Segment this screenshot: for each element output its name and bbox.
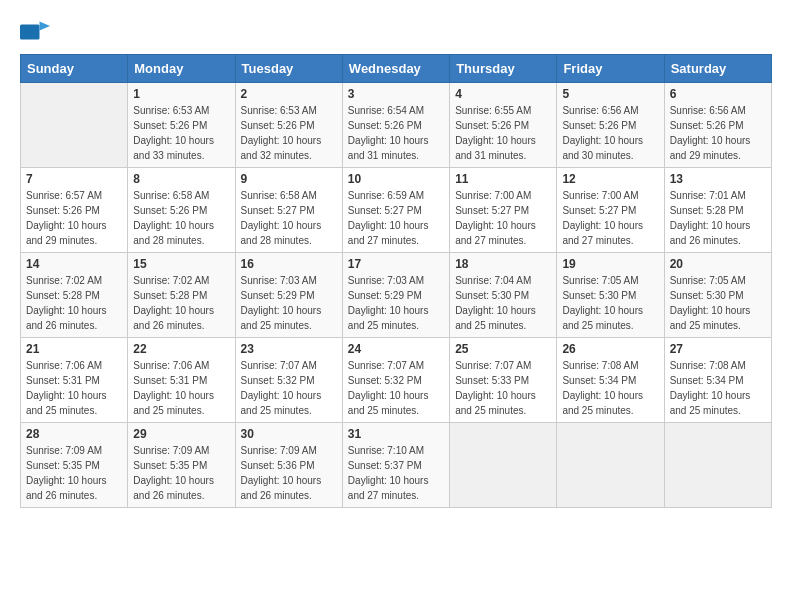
calendar-table: SundayMondayTuesdayWednesdayThursdayFrid… [20, 54, 772, 508]
calendar-cell: 22Sunrise: 7:06 AM Sunset: 5:31 PM Dayli… [128, 338, 235, 423]
calendar-cell: 13Sunrise: 7:01 AM Sunset: 5:28 PM Dayli… [664, 168, 771, 253]
calendar-cell: 16Sunrise: 7:03 AM Sunset: 5:29 PM Dayli… [235, 253, 342, 338]
day-info: Sunrise: 6:59 AM Sunset: 5:27 PM Dayligh… [348, 188, 444, 248]
calendar-cell: 31Sunrise: 7:10 AM Sunset: 5:37 PM Dayli… [342, 423, 449, 508]
day-number: 17 [348, 257, 444, 271]
calendar-cell: 5Sunrise: 6:56 AM Sunset: 5:26 PM Daylig… [557, 83, 664, 168]
logo [20, 20, 54, 44]
calendar-cell: 18Sunrise: 7:04 AM Sunset: 5:30 PM Dayli… [450, 253, 557, 338]
calendar-cell: 19Sunrise: 7:05 AM Sunset: 5:30 PM Dayli… [557, 253, 664, 338]
calendar-cell: 27Sunrise: 7:08 AM Sunset: 5:34 PM Dayli… [664, 338, 771, 423]
day-number: 22 [133, 342, 229, 356]
calendar-cell: 26Sunrise: 7:08 AM Sunset: 5:34 PM Dayli… [557, 338, 664, 423]
day-info: Sunrise: 7:00 AM Sunset: 5:27 PM Dayligh… [455, 188, 551, 248]
day-number: 2 [241, 87, 337, 101]
day-number: 23 [241, 342, 337, 356]
weekday-header-monday: Monday [128, 55, 235, 83]
calendar-cell: 30Sunrise: 7:09 AM Sunset: 5:36 PM Dayli… [235, 423, 342, 508]
day-info: Sunrise: 7:02 AM Sunset: 5:28 PM Dayligh… [26, 273, 122, 333]
day-info: Sunrise: 6:56 AM Sunset: 5:26 PM Dayligh… [670, 103, 766, 163]
calendar-cell: 9Sunrise: 6:58 AM Sunset: 5:27 PM Daylig… [235, 168, 342, 253]
calendar-week-row: 1Sunrise: 6:53 AM Sunset: 5:26 PM Daylig… [21, 83, 772, 168]
svg-rect-0 [20, 25, 40, 40]
day-number: 24 [348, 342, 444, 356]
calendar-cell: 3Sunrise: 6:54 AM Sunset: 5:26 PM Daylig… [342, 83, 449, 168]
day-number: 12 [562, 172, 658, 186]
calendar-cell: 25Sunrise: 7:07 AM Sunset: 5:33 PM Dayli… [450, 338, 557, 423]
weekday-header-saturday: Saturday [664, 55, 771, 83]
day-number: 31 [348, 427, 444, 441]
calendar-cell: 11Sunrise: 7:00 AM Sunset: 5:27 PM Dayli… [450, 168, 557, 253]
day-number: 11 [455, 172, 551, 186]
day-number: 6 [670, 87, 766, 101]
calendar-week-row: 14Sunrise: 7:02 AM Sunset: 5:28 PM Dayli… [21, 253, 772, 338]
calendar-week-row: 28Sunrise: 7:09 AM Sunset: 5:35 PM Dayli… [21, 423, 772, 508]
day-info: Sunrise: 7:04 AM Sunset: 5:30 PM Dayligh… [455, 273, 551, 333]
calendar-cell: 4Sunrise: 6:55 AM Sunset: 5:26 PM Daylig… [450, 83, 557, 168]
svg-marker-1 [40, 22, 51, 31]
calendar-cell: 24Sunrise: 7:07 AM Sunset: 5:32 PM Dayli… [342, 338, 449, 423]
calendar-cell: 2Sunrise: 6:53 AM Sunset: 5:26 PM Daylig… [235, 83, 342, 168]
calendar-cell: 23Sunrise: 7:07 AM Sunset: 5:32 PM Dayli… [235, 338, 342, 423]
day-number: 1 [133, 87, 229, 101]
calendar-cell [664, 423, 771, 508]
day-info: Sunrise: 7:09 AM Sunset: 5:35 PM Dayligh… [26, 443, 122, 503]
day-info: Sunrise: 7:01 AM Sunset: 5:28 PM Dayligh… [670, 188, 766, 248]
day-info: Sunrise: 7:05 AM Sunset: 5:30 PM Dayligh… [670, 273, 766, 333]
day-info: Sunrise: 6:58 AM Sunset: 5:27 PM Dayligh… [241, 188, 337, 248]
weekday-header-tuesday: Tuesday [235, 55, 342, 83]
day-info: Sunrise: 7:03 AM Sunset: 5:29 PM Dayligh… [241, 273, 337, 333]
calendar-week-row: 7Sunrise: 6:57 AM Sunset: 5:26 PM Daylig… [21, 168, 772, 253]
page-header [20, 20, 772, 44]
day-number: 4 [455, 87, 551, 101]
calendar-cell: 28Sunrise: 7:09 AM Sunset: 5:35 PM Dayli… [21, 423, 128, 508]
day-info: Sunrise: 7:09 AM Sunset: 5:35 PM Dayligh… [133, 443, 229, 503]
calendar-cell: 1Sunrise: 6:53 AM Sunset: 5:26 PM Daylig… [128, 83, 235, 168]
day-number: 10 [348, 172, 444, 186]
day-number: 28 [26, 427, 122, 441]
day-number: 16 [241, 257, 337, 271]
weekday-header-friday: Friday [557, 55, 664, 83]
day-info: Sunrise: 7:08 AM Sunset: 5:34 PM Dayligh… [670, 358, 766, 418]
weekday-header-wednesday: Wednesday [342, 55, 449, 83]
day-number: 13 [670, 172, 766, 186]
day-number: 5 [562, 87, 658, 101]
calendar-week-row: 21Sunrise: 7:06 AM Sunset: 5:31 PM Dayli… [21, 338, 772, 423]
calendar-cell: 8Sunrise: 6:58 AM Sunset: 5:26 PM Daylig… [128, 168, 235, 253]
calendar-cell: 20Sunrise: 7:05 AM Sunset: 5:30 PM Dayli… [664, 253, 771, 338]
day-info: Sunrise: 6:57 AM Sunset: 5:26 PM Dayligh… [26, 188, 122, 248]
day-info: Sunrise: 7:07 AM Sunset: 5:33 PM Dayligh… [455, 358, 551, 418]
day-info: Sunrise: 6:53 AM Sunset: 5:26 PM Dayligh… [241, 103, 337, 163]
day-number: 20 [670, 257, 766, 271]
day-info: Sunrise: 6:56 AM Sunset: 5:26 PM Dayligh… [562, 103, 658, 163]
day-number: 30 [241, 427, 337, 441]
calendar-cell: 6Sunrise: 6:56 AM Sunset: 5:26 PM Daylig… [664, 83, 771, 168]
day-info: Sunrise: 7:02 AM Sunset: 5:28 PM Dayligh… [133, 273, 229, 333]
calendar-cell: 7Sunrise: 6:57 AM Sunset: 5:26 PM Daylig… [21, 168, 128, 253]
day-info: Sunrise: 6:53 AM Sunset: 5:26 PM Dayligh… [133, 103, 229, 163]
day-number: 27 [670, 342, 766, 356]
day-info: Sunrise: 7:06 AM Sunset: 5:31 PM Dayligh… [133, 358, 229, 418]
calendar-cell: 21Sunrise: 7:06 AM Sunset: 5:31 PM Dayli… [21, 338, 128, 423]
calendar-cell: 14Sunrise: 7:02 AM Sunset: 5:28 PM Dayli… [21, 253, 128, 338]
day-number: 21 [26, 342, 122, 356]
calendar-cell: 10Sunrise: 6:59 AM Sunset: 5:27 PM Dayli… [342, 168, 449, 253]
day-info: Sunrise: 6:55 AM Sunset: 5:26 PM Dayligh… [455, 103, 551, 163]
day-info: Sunrise: 7:07 AM Sunset: 5:32 PM Dayligh… [348, 358, 444, 418]
calendar-cell [557, 423, 664, 508]
day-info: Sunrise: 7:03 AM Sunset: 5:29 PM Dayligh… [348, 273, 444, 333]
day-info: Sunrise: 6:58 AM Sunset: 5:26 PM Dayligh… [133, 188, 229, 248]
day-info: Sunrise: 7:07 AM Sunset: 5:32 PM Dayligh… [241, 358, 337, 418]
day-number: 15 [133, 257, 229, 271]
calendar-cell: 29Sunrise: 7:09 AM Sunset: 5:35 PM Dayli… [128, 423, 235, 508]
weekday-header-row: SundayMondayTuesdayWednesdayThursdayFrid… [21, 55, 772, 83]
day-info: Sunrise: 7:10 AM Sunset: 5:37 PM Dayligh… [348, 443, 444, 503]
day-number: 7 [26, 172, 122, 186]
calendar-cell: 15Sunrise: 7:02 AM Sunset: 5:28 PM Dayli… [128, 253, 235, 338]
day-number: 14 [26, 257, 122, 271]
calendar-cell: 17Sunrise: 7:03 AM Sunset: 5:29 PM Dayli… [342, 253, 449, 338]
day-number: 3 [348, 87, 444, 101]
day-number: 9 [241, 172, 337, 186]
weekday-header-thursday: Thursday [450, 55, 557, 83]
day-number: 18 [455, 257, 551, 271]
